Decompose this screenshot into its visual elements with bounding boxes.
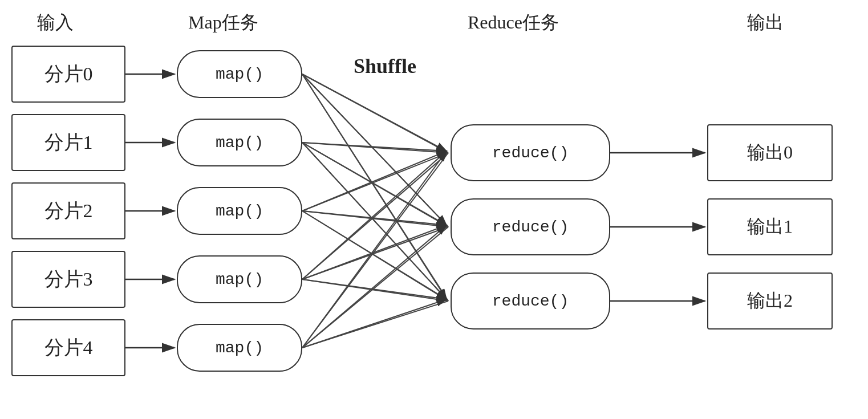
shuffle-m1-r0 (302, 143, 448, 153)
input-box-3: 分片3 (11, 251, 125, 308)
shuffle-m0-r0 (302, 74, 448, 153)
shuffle-arrow-m2-r2 (302, 211, 447, 299)
shuffle-arrow-m4-r1 (302, 225, 447, 348)
shuffle-arrow-m1-r1 (302, 143, 447, 225)
shuffle-m0-r2 (302, 74, 448, 301)
map-pill-3: map() (177, 255, 302, 303)
map-pill-1: map() (177, 119, 302, 166)
output-box-1: 输出1 (707, 198, 833, 255)
output-box-2: 输出2 (707, 272, 833, 329)
shuffle-arrow-m4-r2 (302, 299, 447, 348)
shuffle-arrow-m0-r1 (302, 74, 447, 225)
shuffle-arrow-m3-r0 (302, 151, 447, 279)
shuffle-m2-r1 (302, 211, 448, 227)
shuffle-m4-r1 (302, 227, 448, 348)
shuffle-m4-r0 (302, 153, 448, 348)
shuffle-arrow-m0-r2 (302, 74, 447, 299)
shuffle-m1-r2 (302, 143, 448, 301)
map-pill-2: map() (177, 187, 302, 235)
shuffle-arrow-m3-r1 (302, 225, 447, 279)
shuffle-arrow-m3-r2 (302, 279, 447, 299)
header-input: 输入 (37, 10, 74, 35)
shuffle-m3-r0 (302, 153, 448, 279)
shuffle-m2-r0 (302, 153, 448, 211)
shuffle-m2-r2 (302, 211, 448, 301)
shuffle-arrow-m1-r2 (302, 143, 447, 299)
shuffle-arrow-m1-r0 (302, 143, 447, 151)
shuffle-arrow-m0-r0 (302, 74, 447, 151)
map-pill-4: map() (177, 324, 302, 372)
header-shuffle: Shuffle (354, 54, 416, 78)
reduce-pill-1: reduce() (451, 198, 610, 255)
input-box-4: 分片4 (11, 319, 125, 376)
output-box-0: 输出0 (707, 124, 833, 181)
shuffle-m4-r2 (302, 301, 448, 348)
diagram: 输入 Map任务 Shuffle Reduce任务 输出 分片0 分片1 分片2… (0, 0, 868, 419)
shuffle-arrow-m2-r0 (302, 151, 447, 211)
input-box-2: 分片2 (11, 182, 125, 239)
shuffle-m1-r1 (302, 143, 448, 227)
header-output: 输出 (747, 10, 784, 35)
shuffle-arrow-m2-r1 (302, 211, 447, 225)
shuffle-m3-r2 (302, 279, 448, 301)
reduce-pill-0: reduce() (451, 124, 610, 181)
shuffle-m3-r1 (302, 227, 448, 279)
reduce-pill-2: reduce() (451, 272, 610, 329)
input-box-1: 分片1 (11, 114, 125, 171)
map-pill-0: map() (177, 50, 302, 98)
header-map: Map任务 (188, 10, 258, 35)
header-reduce: Reduce任务 (468, 10, 559, 35)
input-box-0: 分片0 (11, 46, 125, 103)
shuffle-m0-r1 (302, 74, 448, 227)
shuffle-arrow-m4-r0 (302, 151, 447, 348)
